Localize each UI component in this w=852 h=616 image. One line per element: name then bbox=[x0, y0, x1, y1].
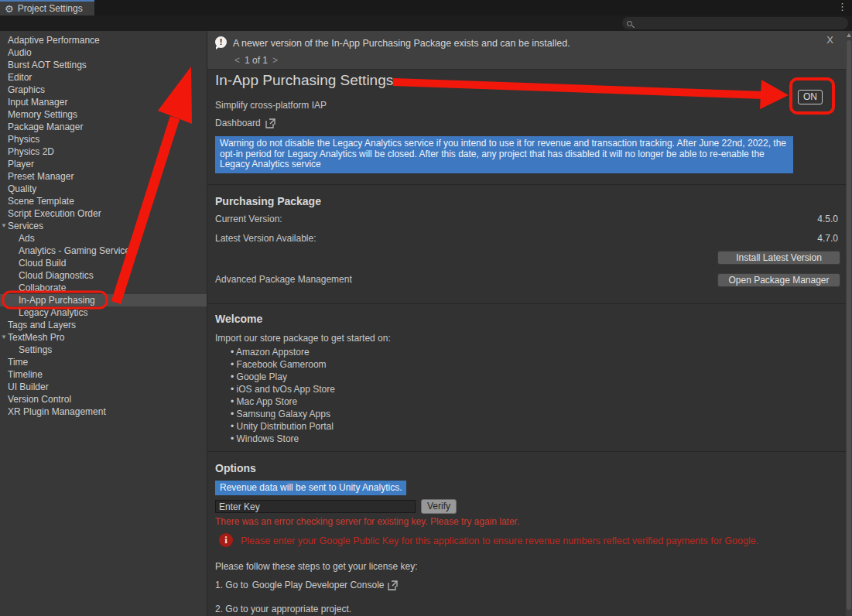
tab-project-settings[interactable]: ⚙ Project Settings bbox=[0, 0, 94, 15]
sidebar-item-version-control[interactable]: Version Control bbox=[0, 393, 207, 406]
settings-sidebar: Adaptive Performance Audio Burst AOT Set… bbox=[0, 31, 207, 616]
latest-version-value: 4.7.0 bbox=[817, 233, 838, 244]
page-subtitle: Simplify cross-platform IAP bbox=[215, 100, 327, 111]
sidebar-item-preset-manager[interactable]: Preset Manager bbox=[0, 170, 207, 183]
window-tab-bar: ⚙ Project Settings ⋮ bbox=[0, 0, 852, 15]
revenue-note: Revenue data will be sent to Unity Analy… bbox=[215, 481, 406, 495]
sidebar-item-textmesh-settings[interactable]: Settings bbox=[0, 344, 207, 356]
dashboard-label: Dashboard bbox=[215, 118, 261, 128]
sidebar-item-collaborate[interactable]: Collaborate bbox=[0, 282, 207, 294]
store-list: Amazon Appstore Facebook Gameroom Google… bbox=[231, 346, 335, 445]
sidebar-item-scene-template[interactable]: Scene Template bbox=[0, 195, 207, 207]
sidebar-item-services[interactable]: ▼Services bbox=[0, 220, 207, 232]
sidebar-item-audio[interactable]: Audio bbox=[0, 46, 207, 59]
toolbar bbox=[0, 15, 852, 31]
foldout-open-icon[interactable]: ▼ bbox=[1, 220, 7, 232]
store-list-item: Unity Distribution Portal bbox=[231, 420, 335, 433]
close-icon[interactable]: X bbox=[826, 34, 833, 46]
store-list-item: Mac App Store bbox=[231, 395, 335, 408]
install-latest-version-button[interactable]: Install Latest Version bbox=[717, 251, 840, 265]
store-list-item: iOS and tvOs App Store bbox=[231, 383, 335, 395]
sidebar-item-ui-builder[interactable]: UI Builder bbox=[0, 381, 207, 393]
external-link-icon bbox=[265, 118, 275, 128]
sidebar-item-textmesh-pro[interactable]: ▼TextMesh Pro bbox=[0, 331, 207, 344]
welcome-intro: Import our store package to get started … bbox=[215, 333, 391, 344]
sidebar-item-time[interactable]: Time bbox=[0, 356, 207, 368]
kebab-menu-icon[interactable]: ⋮ bbox=[837, 1, 847, 12]
sidebar-item-memory-settings[interactable]: Memory Settings bbox=[0, 108, 207, 121]
options-header: Options bbox=[215, 462, 256, 474]
page-indicator: 1 of 1 bbox=[245, 55, 268, 66]
sidebar-item-cloud-diagnostics[interactable]: Cloud Diagnostics bbox=[0, 269, 207, 282]
update-notification-banner: ! A newer version of the In-App Purchasi… bbox=[207, 31, 846, 70]
sidebar-item-ads[interactable]: Ads bbox=[0, 232, 207, 245]
step-1-prefix: 1. Go to bbox=[215, 580, 248, 590]
section-divider bbox=[207, 184, 846, 185]
verify-button[interactable]: Verify bbox=[421, 499, 457, 514]
search-icon bbox=[627, 21, 632, 26]
scroll-up-icon[interactable] bbox=[847, 33, 851, 37]
advanced-package-management-label: Advanced Package Management bbox=[215, 274, 352, 285]
sidebar-item-tags-and-layers[interactable]: Tags and Layers bbox=[0, 319, 207, 331]
prev-page-icon[interactable]: < bbox=[234, 55, 240, 66]
dashboard-link[interactable]: Dashboard bbox=[215, 118, 275, 128]
page-title: In-App Purchasing Settings bbox=[215, 72, 393, 89]
steps-intro: Please follow these steps to get your li… bbox=[215, 561, 417, 572]
sidebar-item-adaptive-performance[interactable]: Adaptive Performance bbox=[0, 34, 207, 46]
latest-version-label: Latest Version Available: bbox=[215, 233, 317, 244]
sidebar-item-legacy-analytics[interactable]: Legacy Analytics bbox=[0, 306, 207, 319]
sidebar-item-in-app-purchasing[interactable]: In-App Purchasing bbox=[0, 294, 207, 306]
store-list-item: Amazon Appstore bbox=[231, 346, 335, 358]
section-divider bbox=[207, 451, 846, 452]
sidebar-item-timeline[interactable]: Timeline bbox=[0, 368, 207, 381]
step-1: 1. Go to Google Play Developer Console bbox=[215, 580, 398, 590]
next-page-icon[interactable]: > bbox=[272, 55, 278, 66]
store-list-item: Facebook Gameroom bbox=[231, 358, 335, 371]
sidebar-item-physics[interactable]: Physics bbox=[0, 133, 207, 145]
sidebar-item-cloud-build[interactable]: Cloud Build bbox=[0, 257, 207, 269]
server-error-text: There was an error checking server for e… bbox=[215, 516, 519, 527]
banner-message: A newer version of the In-App Purchasing… bbox=[233, 38, 570, 49]
current-version-value: 4.5.0 bbox=[817, 214, 838, 224]
store-list-item: Windows Store bbox=[231, 433, 335, 445]
alert-bubble-icon: ! bbox=[215, 36, 227, 48]
sidebar-item-package-manager[interactable]: Package Manager bbox=[0, 121, 207, 133]
sidebar-item-quality[interactable]: Quality bbox=[0, 183, 207, 195]
step-2: 2. Go to your appropriate project. bbox=[215, 604, 351, 614]
external-link-icon[interactable] bbox=[388, 580, 398, 590]
vertical-scrollbar[interactable] bbox=[846, 31, 852, 616]
in-app-purchasing-panel: ! A newer version of the In-App Purchasi… bbox=[207, 31, 846, 616]
sidebar-item-physics-2d[interactable]: Physics 2D bbox=[0, 145, 207, 158]
search-input[interactable] bbox=[635, 19, 829, 28]
banner-pagination: < 1 of 1 > bbox=[234, 55, 278, 66]
info-icon: i bbox=[219, 533, 233, 547]
sidebar-item-xr-plugin-management[interactable]: XR Plugin Management bbox=[0, 406, 207, 418]
sidebar-item-player[interactable]: Player bbox=[0, 158, 207, 170]
search-field[interactable] bbox=[622, 17, 848, 29]
license-key-input[interactable] bbox=[215, 500, 416, 513]
welcome-header: Welcome bbox=[215, 313, 262, 325]
scrollbar-thumb[interactable] bbox=[847, 40, 851, 610]
sidebar-item-editor[interactable]: Editor bbox=[0, 71, 207, 84]
section-divider bbox=[207, 303, 846, 304]
sidebar-item-script-execution-order[interactable]: Script Execution Order bbox=[0, 207, 207, 220]
store-list-item: Google Play bbox=[231, 371, 335, 383]
open-package-manager-button[interactable]: Open Package Manager bbox=[717, 273, 840, 287]
gear-icon: ⚙ bbox=[5, 4, 14, 14]
current-version-label: Current Version: bbox=[215, 214, 282, 224]
sidebar-item-burst-aot-settings[interactable]: Burst AOT Settings bbox=[0, 59, 207, 71]
iap-enabled-toggle[interactable]: ON bbox=[798, 90, 823, 104]
sidebar-item-analytics-gaming-services[interactable]: Analytics - Gaming Services bbox=[0, 245, 207, 257]
tab-title: Project Settings bbox=[18, 3, 83, 14]
google-key-warning: Please enter your Google Public Key for … bbox=[241, 536, 837, 546]
sidebar-item-graphics[interactable]: Graphics bbox=[0, 84, 207, 96]
foldout-open-icon[interactable]: ▼ bbox=[1, 331, 7, 344]
legacy-analytics-warning: Warning do not disable the Legacy Analyt… bbox=[215, 136, 793, 173]
purchasing-package-header: Purchasing Package bbox=[215, 195, 321, 207]
store-list-item: Samsung Galaxy Apps bbox=[231, 408, 335, 420]
sidebar-item-input-manager[interactable]: Input Manager bbox=[0, 96, 207, 108]
google-play-console-link[interactable]: Google Play Developer Console bbox=[252, 580, 385, 590]
